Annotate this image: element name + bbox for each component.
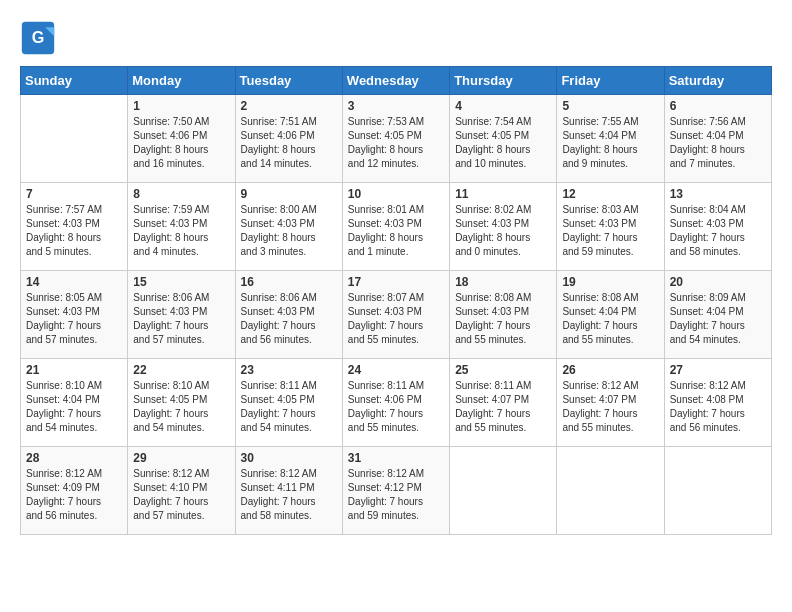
day-number: 27 — [670, 363, 766, 377]
day-number: 18 — [455, 275, 551, 289]
day-info: Sunrise: 8:11 AM Sunset: 4:07 PM Dayligh… — [455, 379, 551, 435]
calendar-cell: 6Sunrise: 7:56 AM Sunset: 4:04 PM Daylig… — [664, 95, 771, 183]
day-number: 29 — [133, 451, 229, 465]
calendar-cell: 16Sunrise: 8:06 AM Sunset: 4:03 PM Dayli… — [235, 271, 342, 359]
day-number: 5 — [562, 99, 658, 113]
column-header-monday: Monday — [128, 67, 235, 95]
day-number: 10 — [348, 187, 444, 201]
calendar-cell: 2Sunrise: 7:51 AM Sunset: 4:06 PM Daylig… — [235, 95, 342, 183]
calendar-week-row: 14Sunrise: 8:05 AM Sunset: 4:03 PM Dayli… — [21, 271, 772, 359]
day-info: Sunrise: 8:05 AM Sunset: 4:03 PM Dayligh… — [26, 291, 122, 347]
calendar-cell: 15Sunrise: 8:06 AM Sunset: 4:03 PM Dayli… — [128, 271, 235, 359]
calendar-cell: 30Sunrise: 8:12 AM Sunset: 4:11 PM Dayli… — [235, 447, 342, 535]
calendar-cell: 5Sunrise: 7:55 AM Sunset: 4:04 PM Daylig… — [557, 95, 664, 183]
calendar-cell: 27Sunrise: 8:12 AM Sunset: 4:08 PM Dayli… — [664, 359, 771, 447]
day-info: Sunrise: 7:50 AM Sunset: 4:06 PM Dayligh… — [133, 115, 229, 171]
calendar-cell: 20Sunrise: 8:09 AM Sunset: 4:04 PM Dayli… — [664, 271, 771, 359]
calendar-cell: 8Sunrise: 7:59 AM Sunset: 4:03 PM Daylig… — [128, 183, 235, 271]
calendar-cell: 23Sunrise: 8:11 AM Sunset: 4:05 PM Dayli… — [235, 359, 342, 447]
calendar-cell: 1Sunrise: 7:50 AM Sunset: 4:06 PM Daylig… — [128, 95, 235, 183]
day-info: Sunrise: 8:00 AM Sunset: 4:03 PM Dayligh… — [241, 203, 337, 259]
day-info: Sunrise: 8:08 AM Sunset: 4:04 PM Dayligh… — [562, 291, 658, 347]
calendar-cell: 13Sunrise: 8:04 AM Sunset: 4:03 PM Dayli… — [664, 183, 771, 271]
day-info: Sunrise: 8:06 AM Sunset: 4:03 PM Dayligh… — [241, 291, 337, 347]
day-info: Sunrise: 8:07 AM Sunset: 4:03 PM Dayligh… — [348, 291, 444, 347]
column-header-wednesday: Wednesday — [342, 67, 449, 95]
column-header-sunday: Sunday — [21, 67, 128, 95]
logo-icon: G — [20, 20, 56, 56]
day-number: 28 — [26, 451, 122, 465]
day-info: Sunrise: 8:10 AM Sunset: 4:04 PM Dayligh… — [26, 379, 122, 435]
day-info: Sunrise: 7:57 AM Sunset: 4:03 PM Dayligh… — [26, 203, 122, 259]
column-header-tuesday: Tuesday — [235, 67, 342, 95]
day-info: Sunrise: 8:08 AM Sunset: 4:03 PM Dayligh… — [455, 291, 551, 347]
day-number: 31 — [348, 451, 444, 465]
calendar-cell: 17Sunrise: 8:07 AM Sunset: 4:03 PM Dayli… — [342, 271, 449, 359]
day-info: Sunrise: 7:59 AM Sunset: 4:03 PM Dayligh… — [133, 203, 229, 259]
day-number: 11 — [455, 187, 551, 201]
calendar-week-row: 7Sunrise: 7:57 AM Sunset: 4:03 PM Daylig… — [21, 183, 772, 271]
day-info: Sunrise: 8:06 AM Sunset: 4:03 PM Dayligh… — [133, 291, 229, 347]
calendar-cell: 25Sunrise: 8:11 AM Sunset: 4:07 PM Dayli… — [450, 359, 557, 447]
day-info: Sunrise: 8:03 AM Sunset: 4:03 PM Dayligh… — [562, 203, 658, 259]
calendar-cell — [664, 447, 771, 535]
day-number: 19 — [562, 275, 658, 289]
day-info: Sunrise: 8:11 AM Sunset: 4:06 PM Dayligh… — [348, 379, 444, 435]
day-info: Sunrise: 8:12 AM Sunset: 4:11 PM Dayligh… — [241, 467, 337, 523]
day-info: Sunrise: 7:55 AM Sunset: 4:04 PM Dayligh… — [562, 115, 658, 171]
logo: G — [20, 20, 60, 56]
day-info: Sunrise: 8:10 AM Sunset: 4:05 PM Dayligh… — [133, 379, 229, 435]
calendar-cell: 21Sunrise: 8:10 AM Sunset: 4:04 PM Dayli… — [21, 359, 128, 447]
day-number: 2 — [241, 99, 337, 113]
day-number: 24 — [348, 363, 444, 377]
calendar-week-row: 28Sunrise: 8:12 AM Sunset: 4:09 PM Dayli… — [21, 447, 772, 535]
day-number: 22 — [133, 363, 229, 377]
day-info: Sunrise: 7:54 AM Sunset: 4:05 PM Dayligh… — [455, 115, 551, 171]
calendar-cell: 10Sunrise: 8:01 AM Sunset: 4:03 PM Dayli… — [342, 183, 449, 271]
day-number: 12 — [562, 187, 658, 201]
calendar-header-row: SundayMondayTuesdayWednesdayThursdayFrid… — [21, 67, 772, 95]
column-header-thursday: Thursday — [450, 67, 557, 95]
calendar-cell: 18Sunrise: 8:08 AM Sunset: 4:03 PM Dayli… — [450, 271, 557, 359]
day-number: 15 — [133, 275, 229, 289]
calendar-cell: 31Sunrise: 8:12 AM Sunset: 4:12 PM Dayli… — [342, 447, 449, 535]
calendar-table: SundayMondayTuesdayWednesdayThursdayFrid… — [20, 66, 772, 535]
day-info: Sunrise: 8:12 AM Sunset: 4:07 PM Dayligh… — [562, 379, 658, 435]
day-info: Sunrise: 8:02 AM Sunset: 4:03 PM Dayligh… — [455, 203, 551, 259]
day-info: Sunrise: 8:12 AM Sunset: 4:08 PM Dayligh… — [670, 379, 766, 435]
calendar-cell: 11Sunrise: 8:02 AM Sunset: 4:03 PM Dayli… — [450, 183, 557, 271]
day-number: 3 — [348, 99, 444, 113]
calendar-cell — [557, 447, 664, 535]
calendar-cell: 29Sunrise: 8:12 AM Sunset: 4:10 PM Dayli… — [128, 447, 235, 535]
calendar-week-row: 1Sunrise: 7:50 AM Sunset: 4:06 PM Daylig… — [21, 95, 772, 183]
day-number: 25 — [455, 363, 551, 377]
day-number: 17 — [348, 275, 444, 289]
day-number: 7 — [26, 187, 122, 201]
page-header: G — [20, 20, 772, 56]
day-info: Sunrise: 8:11 AM Sunset: 4:05 PM Dayligh… — [241, 379, 337, 435]
calendar-cell: 7Sunrise: 7:57 AM Sunset: 4:03 PM Daylig… — [21, 183, 128, 271]
column-header-friday: Friday — [557, 67, 664, 95]
calendar-cell: 14Sunrise: 8:05 AM Sunset: 4:03 PM Dayli… — [21, 271, 128, 359]
calendar-cell: 28Sunrise: 8:12 AM Sunset: 4:09 PM Dayli… — [21, 447, 128, 535]
day-number: 9 — [241, 187, 337, 201]
calendar-cell: 9Sunrise: 8:00 AM Sunset: 4:03 PM Daylig… — [235, 183, 342, 271]
day-number: 14 — [26, 275, 122, 289]
day-number: 30 — [241, 451, 337, 465]
day-number: 8 — [133, 187, 229, 201]
day-info: Sunrise: 7:51 AM Sunset: 4:06 PM Dayligh… — [241, 115, 337, 171]
calendar-cell — [21, 95, 128, 183]
day-number: 21 — [26, 363, 122, 377]
day-info: Sunrise: 8:09 AM Sunset: 4:04 PM Dayligh… — [670, 291, 766, 347]
calendar-cell: 26Sunrise: 8:12 AM Sunset: 4:07 PM Dayli… — [557, 359, 664, 447]
calendar-week-row: 21Sunrise: 8:10 AM Sunset: 4:04 PM Dayli… — [21, 359, 772, 447]
day-info: Sunrise: 8:12 AM Sunset: 4:10 PM Dayligh… — [133, 467, 229, 523]
day-number: 16 — [241, 275, 337, 289]
day-info: Sunrise: 8:04 AM Sunset: 4:03 PM Dayligh… — [670, 203, 766, 259]
svg-text:G: G — [32, 28, 45, 46]
day-info: Sunrise: 7:53 AM Sunset: 4:05 PM Dayligh… — [348, 115, 444, 171]
calendar-cell: 22Sunrise: 8:10 AM Sunset: 4:05 PM Dayli… — [128, 359, 235, 447]
calendar-cell: 19Sunrise: 8:08 AM Sunset: 4:04 PM Dayli… — [557, 271, 664, 359]
day-info: Sunrise: 8:01 AM Sunset: 4:03 PM Dayligh… — [348, 203, 444, 259]
day-number: 23 — [241, 363, 337, 377]
